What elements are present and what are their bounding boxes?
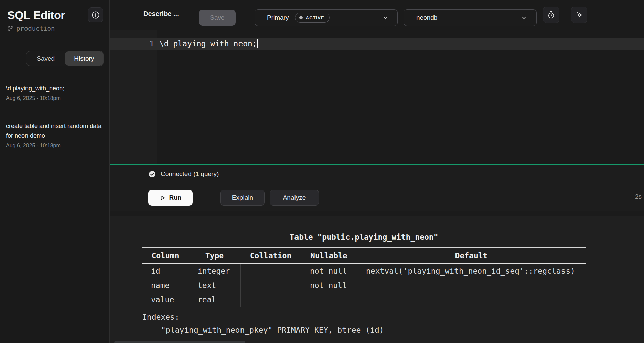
branch-selector-dropdown[interactable]: Primary ACTIVE bbox=[255, 9, 398, 26]
query-results-panel: Table "public.playing_with_neon" Column … bbox=[110, 216, 644, 343]
scrollbar-thumb[interactable] bbox=[114, 341, 245, 343]
column-header: Default bbox=[357, 248, 586, 263]
chevron-down-icon bbox=[382, 14, 389, 21]
table-rule bbox=[142, 247, 586, 248]
branch-indicator: production bbox=[7, 25, 55, 32]
saved-history-tabs: Saved History bbox=[26, 51, 104, 66]
code-line: \d playing_with_neon; bbox=[159, 38, 258, 50]
table-cell: text bbox=[189, 278, 240, 293]
history-item-title: create table and insert random data for … bbox=[6, 121, 105, 141]
line-number: 1 bbox=[110, 38, 154, 50]
query-title: Describe ... bbox=[143, 10, 179, 18]
connection-status-text: Connected (1 query) bbox=[161, 170, 219, 178]
index-definition: "playing_with_neon_pkey" PRIMARY KEY, bt… bbox=[161, 326, 384, 334]
horizontal-scrollbar bbox=[110, 340, 644, 343]
sparkle-icon bbox=[575, 11, 583, 19]
column-header: Column bbox=[142, 248, 189, 263]
column-header: Collation bbox=[240, 248, 301, 263]
branch-selector-value: Primary bbox=[267, 14, 289, 21]
save-button[interactable]: Save bbox=[199, 10, 236, 26]
history-item[interactable]: create table and insert random data for … bbox=[6, 121, 105, 149]
branch-name: production bbox=[16, 25, 55, 32]
table-cell bbox=[357, 293, 586, 307]
query-timing-button[interactable] bbox=[543, 7, 559, 23]
toolbar-divider bbox=[244, 0, 244, 29]
text-cursor bbox=[257, 39, 258, 48]
chevron-down-icon bbox=[520, 14, 528, 21]
table-cell bbox=[240, 293, 301, 307]
check-circle-icon bbox=[148, 170, 156, 178]
column-header: Nullable bbox=[301, 248, 357, 263]
new-query-button[interactable] bbox=[88, 7, 103, 22]
analyze-button[interactable]: Analyze bbox=[270, 190, 319, 206]
ai-assist-button[interactable] bbox=[571, 7, 587, 23]
sidebar: SQL Editor production Saved History \d p… bbox=[0, 0, 110, 343]
table-cell: nextval('playing_with_neon_id_seq'::regc… bbox=[357, 264, 586, 278]
table-row: name text not null bbox=[142, 278, 586, 293]
database-selector-dropdown[interactable]: neondb bbox=[404, 9, 537, 26]
indexes-label: Indexes: bbox=[142, 313, 179, 321]
table-cell: not null bbox=[301, 278, 357, 293]
tab-history[interactable]: History bbox=[65, 51, 104, 66]
tab-saved[interactable]: Saved bbox=[26, 51, 65, 66]
page-title: SQL Editor bbox=[7, 9, 65, 22]
actions-divider bbox=[206, 190, 206, 205]
table-cell bbox=[301, 293, 357, 307]
history-item-timestamp: Aug 6, 2025 - 10:18pm bbox=[6, 143, 105, 149]
status-dot-icon bbox=[299, 16, 303, 19]
table-cell: name bbox=[142, 278, 189, 293]
connection-status-bar: Connected (1 query) bbox=[110, 165, 644, 183]
query-actions-bar: Run Explain Analyze 2s bbox=[110, 183, 644, 211]
active-status-badge: ACTIVE bbox=[295, 13, 329, 23]
main-panel: Describe ... Save Primary ACTIVE neondb bbox=[110, 0, 644, 343]
plus-circle-icon bbox=[91, 11, 100, 19]
table-cell: id bbox=[142, 264, 189, 278]
table-row: value real bbox=[142, 293, 586, 307]
explain-button[interactable]: Explain bbox=[220, 190, 265, 206]
git-branch-icon bbox=[7, 25, 14, 32]
table-cell bbox=[240, 278, 301, 293]
table-cell: value bbox=[142, 293, 189, 307]
sql-code-editor[interactable]: 1 \d playing_with_neon; bbox=[110, 30, 644, 164]
table-cell: integer bbox=[189, 264, 240, 278]
stopwatch-icon bbox=[547, 11, 555, 19]
table-cell: real bbox=[189, 293, 240, 307]
table-cell bbox=[240, 264, 301, 278]
run-button[interactable]: Run bbox=[148, 190, 193, 206]
editor-gutter bbox=[110, 30, 157, 164]
toolbar-divider bbox=[565, 5, 565, 25]
result-table-body: id integer not null nextval('playing_wit… bbox=[142, 264, 586, 307]
history-item[interactable]: \d playing_with_neon; Aug 6, 2025 - 10:1… bbox=[6, 84, 105, 101]
table-cell bbox=[357, 278, 586, 293]
editor-toolbar: Describe ... Save Primary ACTIVE neondb bbox=[110, 0, 644, 29]
history-item-title: \d playing_with_neon; bbox=[6, 84, 105, 93]
result-table-header: Column Type Collation Nullable Default bbox=[142, 248, 586, 263]
history-item-timestamp: Aug 6, 2025 - 10:18pm bbox=[6, 95, 105, 101]
database-selector-value: neondb bbox=[416, 14, 437, 21]
query-duration: 2s bbox=[635, 193, 642, 200]
table-row: id integer not null nextval('playing_wit… bbox=[142, 264, 586, 278]
column-header: Type bbox=[189, 248, 240, 263]
play-icon bbox=[159, 195, 166, 201]
result-table-title: Table "public.playing_with_neon" bbox=[142, 233, 586, 242]
table-cell: not null bbox=[301, 264, 357, 278]
